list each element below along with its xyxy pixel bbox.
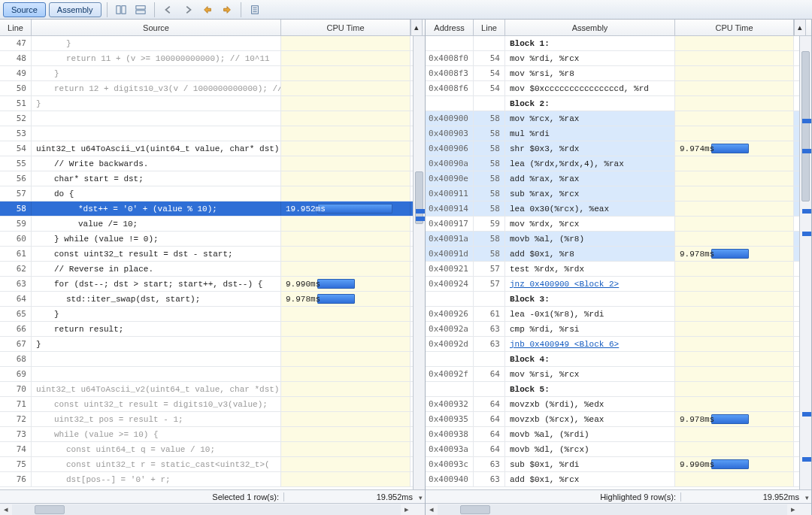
line-number: 54: [0, 141, 32, 156]
col-header-address[interactable]: Address: [426, 20, 474, 35]
assembly-row[interactable]: 0x40092f64mov %rsi, %rcx: [426, 367, 811, 382]
nav-back-icon[interactable]: [160, 2, 177, 17]
source-row[interactable]: 74const uint64_t q = value / 10;: [0, 442, 425, 457]
assembly-row[interactable]: 0x40090658shr $0x3, %rdx9.974ms: [426, 141, 811, 156]
vscroll-thumb[interactable]: [801, 51, 810, 201]
assembly-row[interactable]: 0x40091458lea 0x30(%rcx), %eax: [426, 201, 811, 217]
source-row[interactable]: 54uint32_t u64ToAscii_v1(uint64_t value,…: [0, 141, 425, 156]
col-header-cputime[interactable]: CPU Time: [281, 20, 411, 35]
col-header-line[interactable]: Line: [474, 20, 505, 35]
assembly-row[interactable]: 0x40093564movzxb (%rcx), %eax9.978ms: [426, 412, 811, 427]
source-hscroll[interactable]: ◂ ▸: [0, 503, 425, 515]
source-row[interactable]: 51}: [0, 96, 425, 111]
assembly-row[interactable]: 0x40093264movzxb (%rdi), %edx: [426, 397, 811, 412]
layout-stacked-icon[interactable]: [132, 2, 149, 17]
col-header-line[interactable]: Line: [0, 20, 32, 35]
jump-link[interactable]: jnb 0x400949 <Block 6>: [510, 340, 619, 349]
assembly-row[interactable]: 0x40092d63jnb 0x400949 <Block 6>: [426, 337, 811, 352]
source-row[interactable]: 59value /= 10;: [0, 217, 425, 232]
assembly-rows[interactable]: Block 1:0x4008f054mov %rdi, %rcx0x4008f3…: [426, 36, 811, 489]
jump-link[interactable]: jnz 0x400900 <Block 2>: [510, 280, 619, 289]
assembly-row[interactable]: 0x40093c63sub $0x1, %rdi9.990ms: [426, 457, 811, 472]
source-row[interactable]: 73while (value >= 10) {: [0, 427, 425, 442]
hscroll-thumb[interactable]: [35, 505, 65, 514]
source-row[interactable]: 68: [0, 352, 425, 367]
assembly-row[interactable]: 0x40091759mov %rdx, %rcx: [426, 217, 811, 232]
assembly-status-bar: Highlighted 9 row(s): 19.952ms: [426, 489, 811, 503]
assembly-row[interactable]: Block 5:: [426, 382, 811, 397]
assembly-row[interactable]: Block 4:: [426, 352, 811, 367]
assembly-row[interactable]: 0x40092157test %rdx, %rdx: [426, 262, 811, 277]
source-row[interactable]: 53: [0, 126, 425, 141]
layout-side-by-side-icon[interactable]: [113, 2, 129, 17]
source-row[interactable]: 70uint32_t u64ToAscii_v2(uint64_t value,…: [0, 382, 425, 397]
source-tab-button[interactable]: Source: [3, 2, 46, 17]
line-number: 64: [0, 292, 32, 306]
assembly-hscroll[interactable]: ◂ ▸: [426, 503, 811, 515]
assembly-row[interactable]: 0x40091a58movb %al, (%r8): [426, 232, 811, 247]
col-header-cputime[interactable]: CPU Time: [675, 20, 794, 35]
assembly-row[interactable]: 0x40091d58add $0x1, %r89.978ms: [426, 247, 811, 262]
source-row[interactable]: 62// Reverse in place.: [0, 262, 425, 277]
scroll-right-arrow[interactable]: ▸: [401, 504, 413, 515]
source-row[interactable]: 50return 12 + digits10_v3(v / 1000000000…: [0, 81, 425, 96]
assembly-row[interactable]: 0x40090e58add %rax, %rax: [426, 171, 811, 186]
assembly-row[interactable]: Block 2:: [426, 96, 811, 111]
source-row[interactable]: 58*dst++ = '0' + (value % 10);19.952ms: [0, 201, 425, 217]
source-row[interactable]: 65}: [0, 307, 425, 322]
assembly-row[interactable]: 0x4008f654mov $0xcccccccccccccccd, %rd: [426, 81, 811, 96]
svg-rect-0: [116, 5, 120, 14]
scroll-left-arrow[interactable]: ◂: [0, 504, 12, 515]
source-row[interactable]: 72uint32_t pos = result - 1;: [0, 412, 425, 427]
assembly-row[interactable]: 0x4008f054mov %rdi, %rcx: [426, 51, 811, 66]
assembly-row[interactable]: 0x4008f354mov %rsi, %r8: [426, 66, 811, 81]
assembly-row[interactable]: 0x40090a58lea (%rdx,%rdx,4), %rax: [426, 156, 811, 171]
assembly-row[interactable]: Block 1:: [426, 36, 811, 51]
source-rows[interactable]: 47}48return 11 + (v >= 100000000000); //…: [0, 36, 425, 489]
status-highlighted-time[interactable]: 19.952ms: [680, 492, 811, 501]
assembly-row[interactable]: 0x40092661lea -0x1(%r8), %rdi: [426, 307, 811, 322]
assembly-tab-button[interactable]: Assembly: [49, 2, 102, 17]
scroll-up-arrow[interactable]: ▴: [794, 20, 806, 35]
assembly-row[interactable]: 0x40090058mov %rcx, %rax: [426, 111, 811, 126]
col-header-source[interactable]: Source: [32, 20, 281, 35]
hotspot-next-icon[interactable]: [219, 2, 235, 17]
assembly-row[interactable]: 0x40093864movb %al, (%rdi): [426, 427, 811, 442]
col-header-assembly[interactable]: Assembly: [505, 20, 675, 35]
nav-forward-icon[interactable]: [180, 2, 196, 17]
line-number: 61: [474, 307, 505, 321]
details-icon[interactable]: [247, 2, 263, 17]
assembly-text: lea 0x30(%rcx), %eax: [505, 201, 675, 216]
status-selected-time[interactable]: 19.952ms: [283, 492, 425, 501]
assembly-row[interactable]: Block 3:: [426, 292, 811, 307]
source-row[interactable]: 52: [0, 111, 425, 126]
source-row[interactable]: 75const uint32_t r = static_cast<uint32_…: [0, 457, 425, 472]
assembly-row[interactable]: 0x40094063add $0x1, %rcx: [426, 472, 811, 487]
source-row[interactable]: 67}: [0, 337, 425, 352]
assembly-row[interactable]: 0x40092a63cmp %rdi, %rsi: [426, 322, 811, 337]
source-row[interactable]: 48return 11 + (v >= 100000000000); // 10…: [0, 51, 425, 66]
assembly-row[interactable]: 0x40092457jnz 0x400900 <Block 2>: [426, 277, 811, 292]
assembly-row[interactable]: 0x40093a64movb %dl, (%rcx): [426, 442, 811, 457]
source-text: const uint32_t r = static_cast<uint32_t>…: [32, 457, 281, 471]
hscroll-thumb[interactable]: [460, 505, 490, 514]
source-row[interactable]: 57do {: [0, 186, 425, 201]
scroll-right-arrow[interactable]: ▸: [787, 504, 799, 515]
scroll-up-arrow[interactable]: ▴: [411, 20, 423, 35]
source-row[interactable]: 64std::iter_swap(dst, start);9.978ms: [0, 292, 425, 307]
source-row[interactable]: 69: [0, 367, 425, 382]
source-row[interactable]: 55// Write backwards.: [0, 156, 425, 171]
source-row[interactable]: 66return result;: [0, 322, 425, 337]
source-row[interactable]: 49}: [0, 66, 425, 81]
source-row[interactable]: 71const uint32_t result = digits10_v3(va…: [0, 397, 425, 412]
assembly-row[interactable]: 0x40091158sub %rax, %rcx: [426, 186, 811, 201]
scroll-left-arrow[interactable]: ◂: [426, 504, 438, 515]
source-row[interactable]: 56char* start = dst;: [0, 171, 425, 186]
source-row[interactable]: 60} while (value != 0);: [0, 232, 425, 247]
source-row[interactable]: 61const uint32_t result = dst - start;: [0, 247, 425, 262]
source-row[interactable]: 76dst[pos--] = '0' + r;: [0, 472, 425, 487]
hotspot-prev-icon[interactable]: [199, 2, 216, 17]
source-row[interactable]: 63for (dst--; dst > start; start++, dst-…: [0, 277, 425, 292]
assembly-row[interactable]: 0x40090358mul %rdi: [426, 126, 811, 141]
source-row[interactable]: 47}: [0, 36, 425, 51]
